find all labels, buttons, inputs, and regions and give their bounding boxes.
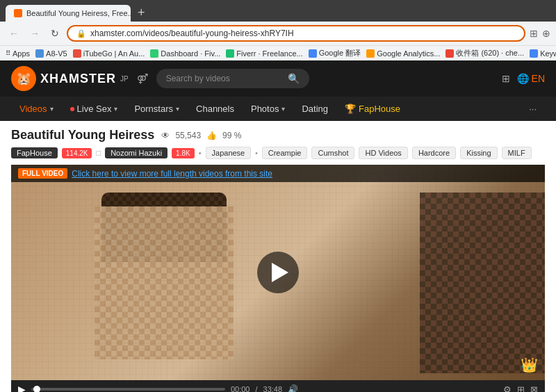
time-separator: /: [255, 385, 257, 392]
tag-cumshot[interactable]: Cumshot: [311, 147, 354, 159]
grid-icon[interactable]: ⊠: [530, 384, 538, 393]
bm-icon-1: [35, 49, 44, 58]
settings-icon[interactable]: ⚙: [503, 384, 512, 393]
bookmark-itubego[interactable]: iTubeGo | An Au...: [73, 49, 145, 58]
tag-kissing[interactable]: Kissing: [460, 147, 497, 159]
tag-milf[interactable]: MILF: [502, 147, 532, 159]
bookmark-gmail[interactable]: 收件箱 (620) · che...: [445, 48, 524, 58]
volume-icon[interactable]: 🔊: [288, 384, 298, 392]
rating: 99 %: [222, 131, 241, 140]
bookmark-apps[interactable]: ⠿ Apps: [6, 49, 30, 58]
nav-more[interactable]: ···: [521, 97, 545, 121]
play-button[interactable]: [257, 252, 299, 293]
bookmark-fiverr[interactable]: Fiverr · Freelance...: [226, 49, 302, 58]
time-total: 33:48: [263, 385, 283, 392]
bm-icon-7: [445, 49, 454, 58]
address-box[interactable]: 🔒 xhamster.com/videos/beautiful-young-he…: [67, 25, 525, 42]
bm-icon-4: [226, 49, 234, 58]
channel-tag[interactable]: FapHouse: [11, 147, 58, 158]
fullvideo-banner-bar: FULL VIDEO Click here to view more full …: [11, 165, 545, 182]
progress-indicator: [33, 386, 40, 392]
progress-bar[interactable]: [31, 388, 225, 391]
channel-sub-count[interactable]: 114.2K: [62, 148, 92, 158]
fullvideo-label: FULL VIDEO: [18, 168, 67, 179]
view-count: 55,543: [175, 131, 201, 140]
user-menu[interactable]: 🌐 EN: [517, 73, 545, 84]
tag-hardcore[interactable]: Hardcore: [412, 147, 456, 159]
nav-photos[interactable]: Photos ▾: [243, 97, 293, 121]
views-icon: 👁: [161, 131, 170, 140]
pip-icon[interactable]: ⊞: [517, 384, 525, 393]
time-current: 00:00: [231, 385, 250, 392]
thumbup-icon: 👍: [206, 131, 217, 140]
site-header: 🐹 XHAMSTER JP ⚤ Search by videos 🔍 ⊞ 🌐 E…: [0, 60, 556, 97]
apps-icon: ⠿: [6, 49, 10, 57]
nav-videos[interactable]: Videos ▾: [11, 97, 62, 121]
nav-dating[interactable]: Dating: [293, 97, 336, 121]
crown-watermark-icon: 👑: [521, 357, 538, 373]
gender-icons: ⚤: [137, 73, 148, 84]
play-pause-button[interactable]: ▶: [18, 384, 26, 392]
separator-1: □: [96, 149, 101, 157]
bookmark-a8v5[interactable]: A8-V5: [35, 49, 67, 58]
header-right: ⊞ 🌐 EN: [502, 73, 545, 84]
bm-icon-8: [530, 49, 538, 58]
active-tab[interactable]: Beautiful Young Heiress, Free... ×: [6, 5, 131, 22]
video-title-row: Beautiful Young Heiress 👁 55,543 👍 99 %: [11, 128, 545, 142]
play-triangle-icon: [272, 263, 288, 282]
bm-icon-3: [150, 49, 158, 58]
nav-livesex[interactable]: Live Sex ▾: [62, 97, 126, 121]
fullvideo-link[interactable]: Click here to view more full length vide…: [72, 169, 272, 179]
video-container: FULL VIDEO Click here to view more full …: [11, 165, 545, 392]
tag-dot-1: •: [255, 149, 258, 157]
bookmark-google-analytics[interactable]: Google Analytics...: [366, 49, 440, 58]
address-text: xhamster.com/videos/beautiful-young-heir…: [90, 28, 516, 38]
bookmarks-bar: ⠿ Apps A8-V5 iTubeGo | An Au... Dashboar…: [0, 45, 556, 60]
extension-icon-1[interactable]: ⊞: [530, 28, 538, 39]
logo-icon: 🐹: [11, 66, 36, 91]
extension-icon-2[interactable]: ⊕: [542, 28, 550, 39]
faphouse-icon: 🏆: [345, 104, 356, 114]
video-frame[interactable]: 👑: [11, 165, 545, 380]
tab-bar: Beautiful Young Heiress, Free... × +: [0, 0, 556, 22]
bookmark-dashboard[interactable]: Dashboard · Fiv...: [150, 49, 220, 58]
bm-icon-5: [309, 49, 317, 58]
logo-area[interactable]: 🐹 XHAMSTER JP: [11, 66, 129, 91]
live-dot: [70, 107, 74, 111]
logo-jp: JP: [120, 75, 129, 83]
actor-tag[interactable]: Nozomi Hazuki: [105, 147, 167, 158]
search-placeholder: Search by videos: [166, 74, 282, 83]
nav-bar: Videos ▾ Live Sex ▾ Pornstars ▾ Channels…: [0, 97, 556, 121]
nav-pornstars[interactable]: Pornstars ▾: [126, 97, 188, 121]
search-icon[interactable]: 🔍: [288, 73, 300, 84]
logo-text: XHAMSTER: [40, 72, 116, 86]
refresh-button[interactable]: ↻: [47, 26, 63, 40]
tags-row: FapHouse 114.2K □ Nozomi Hazuki 1.8K • J…: [11, 147, 545, 159]
lock-icon: 🔒: [76, 29, 86, 38]
nav-faphouse[interactable]: 🏆 FapHouse: [336, 97, 409, 121]
bm-icon-6: [366, 49, 375, 58]
tag-japanese[interactable]: Japanese: [206, 147, 252, 159]
browser-window: Beautiful Young Heiress, Free... × + ← →…: [0, 0, 556, 392]
new-tab-button[interactable]: +: [133, 4, 149, 22]
bookmark-google-translate[interactable]: Google 翻译: [309, 48, 361, 58]
bookmark-keyword-planner[interactable]: Keyword Planner...: [530, 49, 556, 58]
video-page: Beautiful Young Heiress 👁 55,543 👍 99 % …: [0, 121, 556, 392]
actor-sub-count[interactable]: 1.8K: [172, 148, 195, 158]
separator-2: •: [199, 149, 202, 157]
tag-creampie[interactable]: Creampie: [262, 147, 308, 159]
search-box[interactable]: Search by videos 🔍: [156, 69, 309, 88]
bm-icon-2: [73, 49, 81, 58]
tab-title: Beautiful Young Heiress, Free...: [26, 9, 131, 17]
forward-button[interactable]: →: [26, 26, 43, 40]
video-title: Beautiful Young Heiress: [11, 128, 154, 142]
site-content: 🐹 XHAMSTER JP ⚤ Search by videos 🔍 ⊞ 🌐 E…: [0, 60, 556, 392]
tab-favicon: [14, 9, 22, 17]
back-button[interactable]: ←: [6, 26, 22, 40]
address-bar-row: ← → ↻ 🔒 xhamster.com/videos/beautiful-yo…: [0, 22, 556, 45]
notification-icon[interactable]: ⊞: [502, 73, 510, 84]
nav-channels[interactable]: Channels: [188, 97, 243, 121]
tag-hdvideos[interactable]: HD Videos: [359, 147, 407, 159]
video-stats: 👁 55,543 👍 99 %: [161, 131, 241, 140]
video-controls: ▶ 00:00 / 33:48 🔊 ⚙ ⊞ ⊠: [11, 380, 545, 392]
